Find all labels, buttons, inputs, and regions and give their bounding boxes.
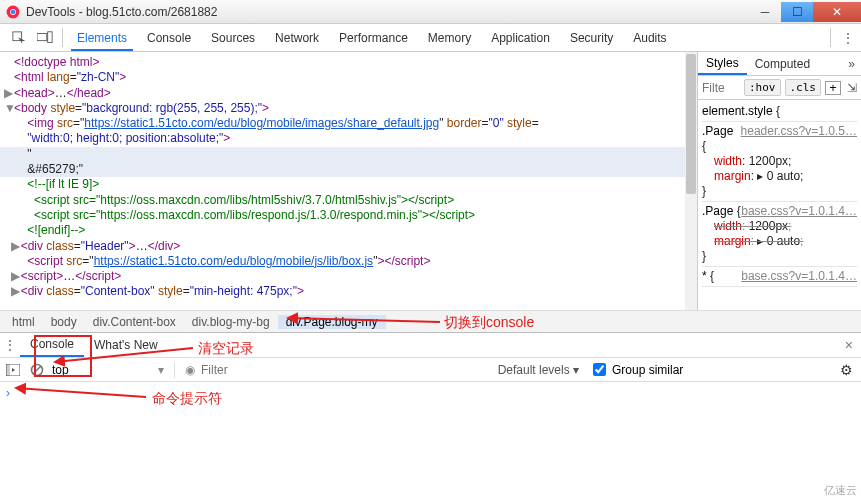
dom-line[interactable]: ▶<div class="Content-box" style="min-hei… [4, 284, 693, 299]
eye-icon[interactable]: ◉ [185, 363, 195, 377]
hov-toggle[interactable]: :hov [744, 79, 781, 96]
breadcrumb-item[interactable]: div.Content-box [85, 315, 184, 329]
dom-breadcrumb[interactable]: htmlbodydiv.Content-boxdiv.blog-my-bgdiv… [0, 310, 861, 332]
styles-filter-bar: :hov .cls + ⇲ [698, 76, 861, 100]
group-similar-checkbox[interactable] [593, 363, 606, 376]
drawer-close-icon[interactable]: × [837, 337, 861, 353]
drawer-tab-whatsnew[interactable]: What's New [84, 333, 168, 357]
annotation-clear-log: 清空记录 [198, 340, 254, 358]
breadcrumb-item[interactable]: body [43, 315, 85, 329]
sidebar-tabs: Styles Computed » [698, 52, 861, 76]
annotation-prompt: 命令提示符 [152, 390, 222, 408]
dom-line[interactable]: <script src="https://oss.maxcdn.com/libs… [4, 208, 693, 223]
tab-security[interactable]: Security [560, 24, 623, 51]
dom-line[interactable]: <script src="https://oss.maxcdn.com/libs… [4, 193, 693, 208]
console-toolbar: ▾ ◉ Default levels ▾ Group similar ⚙ [0, 358, 861, 382]
separator [62, 28, 63, 47]
svg-rect-5 [48, 31, 52, 42]
tab-network[interactable]: Network [265, 24, 329, 51]
cls-toggle[interactable]: .cls [785, 79, 822, 96]
svg-point-2 [11, 9, 16, 14]
css-rule[interactable]: element.style { [702, 102, 857, 122]
dom-line[interactable]: &#65279;" [0, 162, 697, 177]
dom-line[interactable]: <!--[if lt IE 9]> [4, 177, 693, 192]
dom-line[interactable]: <!doctype html> [4, 55, 693, 70]
window-maximize-button[interactable]: ☐ [781, 2, 813, 22]
inspect-icon[interactable] [6, 24, 32, 51]
tab-memory[interactable]: Memory [418, 24, 481, 51]
expand-icon[interactable]: » [842, 57, 861, 71]
svg-rect-4 [37, 33, 47, 40]
drawer-header: ⋮ Console What's New × [0, 332, 861, 358]
separator [174, 362, 175, 378]
drawer-menu-icon[interactable]: ⋮ [0, 338, 20, 352]
tab-sources[interactable]: Sources [201, 24, 265, 51]
dom-line[interactable]: ▶<head>…</head> [4, 86, 693, 101]
add-rule-button[interactable]: + [825, 81, 841, 95]
breadcrumb-item[interactable]: div.blog-my-bg [184, 315, 278, 329]
scrollbar-track[interactable] [685, 52, 697, 310]
log-levels-select[interactable]: Default levels ▾ [498, 363, 579, 377]
dom-line[interactable]: <script src="https://static1.51cto.com/e… [4, 254, 693, 269]
dom-line[interactable]: " [0, 147, 697, 162]
tab-elements[interactable]: Elements [67, 24, 137, 51]
css-rule[interactable]: base.css?v=1.0.1.4…* { [702, 267, 857, 287]
console-output[interactable]: › [0, 382, 861, 404]
main-area: <!doctype html> <html lang="zh-CN">▶<hea… [0, 52, 861, 310]
elements-tree[interactable]: <!doctype html> <html lang="zh-CN">▶<hea… [0, 52, 697, 310]
tab-console[interactable]: Console [137, 24, 201, 51]
window-minimize-button[interactable]: ─ [749, 2, 781, 22]
window-close-button[interactable]: ✕ [813, 2, 861, 22]
pin-icon[interactable]: ⇲ [847, 81, 857, 95]
toggle-sidebar-icon[interactable] [4, 361, 22, 379]
tab-application[interactable]: Application [481, 24, 560, 51]
clear-console-icon[interactable] [28, 361, 46, 379]
dom-line[interactable]: <html lang="zh-CN"> [4, 70, 693, 85]
annotation-switch-console: 切换到console [444, 314, 534, 332]
group-similar-label: Group similar [612, 363, 683, 377]
tab-audits[interactable]: Audits [623, 24, 676, 51]
context-chevron-icon[interactable]: ▾ [158, 363, 164, 377]
window-titlebar: DevTools - blog.51cto.com/2681882 ─ ☐ ✕ [0, 0, 861, 24]
tab-computed[interactable]: Computed [747, 52, 818, 75]
device-toggle-icon[interactable] [32, 24, 58, 51]
dom-line[interactable]: <img src="https://static1.51cto.com/edu/… [4, 116, 693, 131]
styles-rules[interactable]: element.style {header.css?v=1.0.5….Page … [698, 100, 861, 310]
styles-filter-input[interactable] [702, 81, 740, 95]
tab-styles[interactable]: Styles [698, 52, 747, 75]
svg-line-9 [33, 366, 41, 374]
console-filter-input[interactable] [201, 363, 341, 377]
console-prompt[interactable]: › [6, 386, 10, 400]
devtools-toolbar: ElementsConsoleSourcesNetworkPerformance… [0, 24, 861, 52]
breadcrumb-item[interactable]: html [4, 315, 43, 329]
dom-line[interactable]: ▼<body style="background: rgb(255, 255, … [4, 101, 693, 116]
execution-context-select[interactable] [52, 363, 152, 377]
window-title: DevTools - blog.51cto.com/2681882 [26, 5, 749, 19]
styles-sidebar: Styles Computed » :hov .cls + ⇲ element.… [697, 52, 861, 310]
breadcrumb-item[interactable]: div.Page.blog-my [278, 315, 386, 329]
tab-performance[interactable]: Performance [329, 24, 418, 51]
drawer-tab-console[interactable]: Console [20, 333, 84, 357]
watermark: 亿速云 [824, 483, 857, 498]
svg-rect-7 [6, 364, 10, 376]
chrome-icon [6, 5, 20, 19]
dom-line[interactable]: "width:0; height:0; position:absolute;"> [4, 131, 693, 146]
css-rule[interactable]: header.css?v=1.0.5….Page {width: 1200px;… [702, 122, 857, 202]
dom-line[interactable]: ▶<div class="Header">…</div> [4, 239, 693, 254]
css-rule[interactable]: base.css?v=1.0.1.4….Page {width: 1200px;… [702, 202, 857, 267]
separator [830, 28, 831, 47]
scrollbar-thumb[interactable] [686, 54, 696, 194]
console-settings-icon[interactable]: ⚙ [840, 362, 853, 378]
dom-line[interactable]: ▶<script>…</script> [4, 269, 693, 284]
dom-line[interactable]: <![endif]--> [4, 223, 693, 238]
kebab-menu-icon[interactable]: ⋮ [835, 24, 861, 51]
